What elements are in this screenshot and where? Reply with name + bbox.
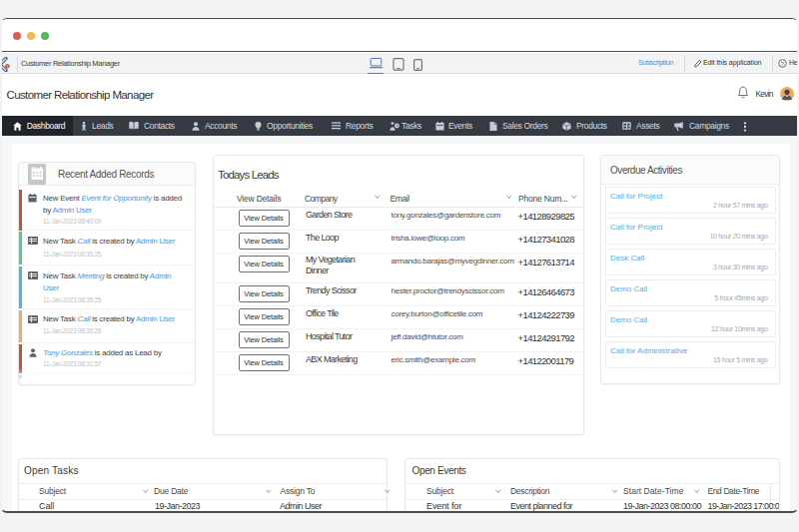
- svg-text:?: ?: [781, 60, 785, 66]
